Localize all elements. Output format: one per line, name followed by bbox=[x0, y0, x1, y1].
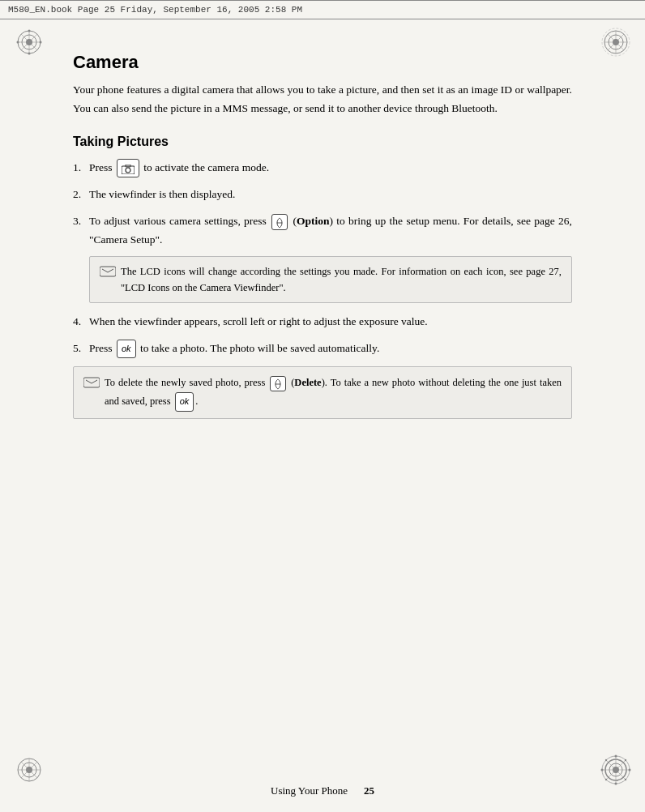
camera-button-icon bbox=[117, 159, 139, 177]
step-5: 5. Press ok to take a photo. The photo w… bbox=[73, 340, 572, 358]
corner-rosette-br bbox=[600, 754, 632, 786]
step-2-content: The viewfinder is then displayed. bbox=[89, 186, 572, 204]
header-bar: M580_EN.book Page 25 Friday, September 1… bbox=[0, 0, 645, 19]
step-5-content: Press ok to take a photo. The photo will… bbox=[89, 340, 572, 358]
subsection-title: Taking Pictures bbox=[73, 135, 572, 149]
delete-label: Delete bbox=[294, 377, 321, 388]
section-title: Camera bbox=[73, 52, 572, 73]
note-icon-1 bbox=[100, 264, 116, 284]
footer-label: Using Your Phone bbox=[271, 784, 348, 797]
svg-point-36 bbox=[601, 769, 604, 771]
step-3-content: To adjust various camera settings, press… bbox=[89, 212, 572, 250]
step-4-content: When the viewfinder appears, scroll left… bbox=[89, 313, 572, 331]
note-box-2: To delete the newly saved photo, press (… bbox=[73, 366, 572, 419]
note-text-1: The LCD icons will change according the … bbox=[121, 263, 562, 296]
header-text: M580_EN.book Page 25 Friday, September 1… bbox=[8, 5, 302, 15]
delete-button-icon bbox=[270, 376, 286, 391]
intro-paragraph: Your phone features a digital camera tha… bbox=[73, 81, 572, 118]
step-4-number: 4. bbox=[73, 313, 89, 331]
note-text-2: To delete the newly saved photo, press (… bbox=[105, 374, 562, 412]
step-3: 3. To adjust various camera settings, pr… bbox=[73, 212, 572, 250]
svg-rect-47 bbox=[83, 378, 100, 387]
svg-rect-46 bbox=[100, 267, 116, 276]
svg-point-41 bbox=[625, 779, 626, 780]
option-label: Option bbox=[297, 215, 330, 227]
step-2-number: 2. bbox=[73, 186, 89, 204]
svg-point-34 bbox=[615, 755, 617, 758]
step-4: 4. When the viewfinder appears, scroll l… bbox=[73, 313, 572, 331]
step-3-number: 3. bbox=[73, 212, 89, 231]
svg-point-43 bbox=[126, 168, 130, 173]
note-icon-2 bbox=[83, 374, 100, 396]
step-2: 2. The viewfinder is then displayed. bbox=[73, 186, 572, 204]
svg-point-40 bbox=[605, 779, 607, 780]
footer: Using Your Phone 25 bbox=[0, 784, 645, 797]
ok-button-icon-note2: ok bbox=[175, 392, 194, 412]
ok-button-icon-step5: ok bbox=[117, 340, 136, 358]
corner-rosette-bl bbox=[13, 754, 45, 786]
footer-page-number: 25 bbox=[364, 784, 374, 797]
step-1-content: Press to activate the camera mode. bbox=[89, 159, 572, 177]
note-box-1: The LCD icons will change according the … bbox=[89, 256, 572, 303]
step-3-block: 3. To adjust various camera settings, pr… bbox=[73, 212, 572, 303]
main-content: Camera Your phone features a digital cam… bbox=[0, 19, 645, 469]
step-1: 1. Press to activate the camera mode. bbox=[73, 159, 572, 177]
step-5-number: 5. bbox=[73, 340, 89, 358]
svg-point-37 bbox=[629, 769, 631, 771]
step-1-number: 1. bbox=[73, 159, 89, 177]
svg-point-38 bbox=[605, 759, 607, 761]
option-button-icon bbox=[271, 214, 288, 229]
svg-point-39 bbox=[625, 759, 626, 761]
